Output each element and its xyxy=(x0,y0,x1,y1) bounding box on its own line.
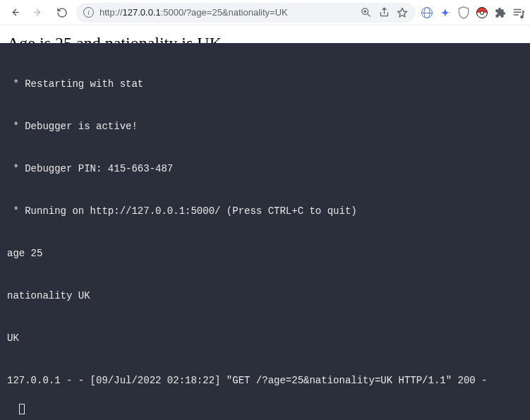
terminal-line: nationality UK xyxy=(7,289,523,303)
extension-wave-icon[interactable]: ✦ xyxy=(438,6,452,20)
url-path: :5000/?age=25&nationality=UK xyxy=(161,7,288,18)
terminal-panel[interactable]: * Restarting with stat * Debugger is act… xyxy=(0,43,530,420)
bookmark-star-icon[interactable] xyxy=(396,6,409,19)
svg-line-3 xyxy=(367,13,370,16)
terminal-line: age 25 xyxy=(7,246,523,260)
zoom-icon[interactable] xyxy=(359,6,372,19)
terminal-line: * Running on http://127.0.0.1:5000/ (Pre… xyxy=(7,204,523,218)
reload-button[interactable] xyxy=(52,3,72,23)
extension-pokeball-icon[interactable] xyxy=(475,6,489,20)
site-info-icon[interactable]: i xyxy=(83,7,94,18)
terminal-line: * Debugger PIN: 415-663-487 xyxy=(7,162,523,176)
url-host: 127.0.0.1 xyxy=(123,7,161,18)
url-scheme: http:// xyxy=(100,7,123,18)
forward-button[interactable] xyxy=(28,3,48,23)
terminal-line: 127.0.0.1 - - [09/Jul/2022 02:18:22] "GE… xyxy=(7,373,523,388)
extension-shield-icon[interactable] xyxy=(457,6,471,20)
media-queue-icon[interactable] xyxy=(512,6,526,20)
terminal-line: * Restarting with stat xyxy=(7,77,523,91)
url-text: http://127.0.0.1:5000/?age=25&nationalit… xyxy=(100,7,354,18)
extensions-menu-icon[interactable] xyxy=(493,6,507,20)
terminal-line: * Debugger is active! xyxy=(7,119,523,133)
toolbar-right: ✦ xyxy=(420,6,526,20)
browser-toolbar: i http://127.0.0.1:5000/?age=25&national… xyxy=(0,0,530,25)
terminal-cursor xyxy=(19,404,25,414)
extension-globe-icon[interactable] xyxy=(420,6,434,20)
back-button[interactable] xyxy=(4,3,24,23)
svg-marker-7 xyxy=(397,8,406,17)
terminal-line: UK xyxy=(7,331,523,345)
address-bar[interactable]: i http://127.0.0.1:5000/?age=25&national… xyxy=(76,3,416,23)
share-icon[interactable] xyxy=(378,6,390,19)
